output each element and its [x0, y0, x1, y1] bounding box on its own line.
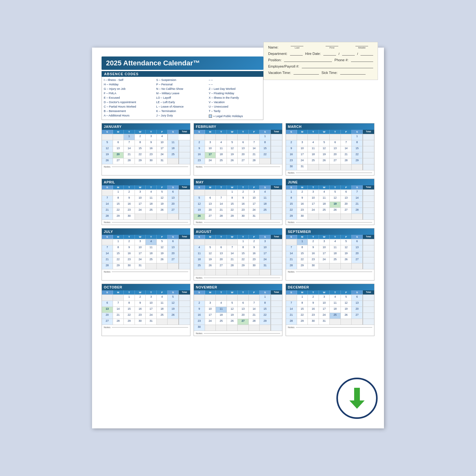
sick-line[interactable] — [340, 70, 366, 75]
calendar-day-cell[interactable]: 4 — [330, 295, 341, 301]
calendar-day-cell[interactable]: 23 — [135, 313, 146, 319]
week-total-cell[interactable] — [179, 208, 190, 214]
calendar-day-cell[interactable]: 11 — [260, 196, 271, 202]
calendar-day-cell[interactable]: 26 — [330, 208, 341, 214]
week-total-cell[interactable] — [363, 196, 374, 202]
week-total-cell[interactable] — [271, 257, 282, 263]
calendar-day-cell[interactable]: 19 — [227, 313, 238, 319]
calendar-day-cell[interactable]: 18 — [260, 202, 271, 208]
calendar-day-cell[interactable]: 22 — [113, 257, 124, 263]
calendar-day-cell[interactable]: 20 — [238, 152, 249, 158]
calendar-day-cell[interactable]: 26 — [341, 257, 352, 263]
calendar-day-cell[interactable]: 31 — [135, 263, 146, 269]
calendar-day-cell[interactable]: 1 — [227, 190, 238, 195]
calendar-day-cell[interactable]: 12 — [341, 301, 352, 307]
download-circle[interactable] — [336, 378, 378, 419]
calendar-day-cell[interactable]: 17 — [249, 202, 260, 208]
calendar-day-cell[interactable]: 1 — [124, 295, 135, 301]
week-total-cell[interactable] — [363, 208, 374, 214]
calendar-day-cell[interactable]: 21 — [113, 313, 124, 319]
calendar-day-cell[interactable]: 22 — [297, 313, 308, 319]
week-total-cell[interactable] — [363, 214, 374, 220]
week-total-cell[interactable] — [271, 140, 282, 146]
calendar-day-cell[interactable]: 25 — [216, 319, 227, 325]
calendar-day-cell[interactable]: 7 — [352, 190, 363, 195]
calendar-day-cell[interactable]: 11 — [308, 146, 319, 152]
calendar-day-cell[interactable]: 22 — [286, 208, 297, 214]
calendar-day-cell[interactable]: 5 — [341, 239, 352, 245]
calendar-day-cell[interactable]: 19 — [157, 202, 168, 208]
calendar-day-cell[interactable]: 29 — [260, 319, 271, 325]
calendar-day-cell[interactable]: 13 — [113, 146, 124, 152]
calendar-day-cell[interactable]: 15 — [238, 251, 249, 257]
calendar-day-cell[interactable]: 18 — [330, 251, 341, 257]
calendar-day-cell[interactable]: 20 — [168, 251, 179, 257]
week-total-cell[interactable] — [271, 134, 282, 140]
calendar-day-cell[interactable]: 23 — [286, 158, 297, 164]
calendar-day-cell[interactable]: 7 — [102, 196, 113, 202]
calendar-day-cell[interactable]: 3 — [308, 190, 319, 195]
calendar-day-cell[interactable]: 7 — [249, 140, 260, 146]
calendar-day-cell[interactable]: 18 — [216, 152, 227, 158]
calendar-day-cell[interactable]: 28 — [286, 319, 297, 325]
calendar-day-cell[interactable]: 23 — [249, 257, 260, 263]
calendar-day-cell[interactable]: 19 — [341, 307, 352, 313]
calendar-day-cell[interactable]: 4 — [216, 140, 227, 146]
vac-line[interactable] — [294, 70, 319, 75]
calendar-day-cell[interactable]: 8 — [113, 245, 124, 251]
calendar-day-cell[interactable]: 6 — [238, 301, 249, 307]
calendar-day-cell[interactable]: 16 — [194, 152, 205, 158]
calendar-day-cell[interactable]: 17 — [135, 251, 146, 257]
calendar-day-cell[interactable]: 26 — [227, 158, 238, 164]
calendar-day-cell[interactable]: 31 — [260, 263, 271, 269]
calendar-day-cell[interactable]: 13 — [352, 301, 363, 307]
calendar-day-cell[interactable]: 20 — [352, 307, 363, 313]
calendar-day-cell[interactable]: 15 — [113, 251, 124, 257]
calendar-day-cell[interactable]: 29 — [297, 263, 308, 269]
calendar-day-cell[interactable]: 18 — [330, 307, 341, 313]
hire-date-line3[interactable] — [360, 51, 373, 56]
calendar-day-cell[interactable]: 30 — [249, 263, 260, 269]
calendar-day-cell[interactable]: 12 — [330, 196, 341, 202]
calendar-day-cell[interactable]: 28 — [227, 263, 238, 269]
calendar-day-cell[interactable]: 30 — [308, 263, 319, 269]
calendar-day-cell[interactable]: 26 — [168, 313, 179, 319]
calendar-day-cell[interactable]: 2 — [194, 140, 205, 146]
calendar-day-cell[interactable]: 17 — [260, 251, 271, 257]
calendar-day-cell[interactable]: 30 — [297, 214, 308, 220]
calendar-day-cell[interactable]: 29 — [135, 158, 146, 164]
calendar-day-cell[interactable]: 17 — [157, 146, 168, 152]
calendar-day-cell[interactable]: 4 — [330, 239, 341, 245]
calendar-day-cell[interactable]: 12 — [194, 202, 205, 208]
calendar-day-cell[interactable]: 30 — [194, 325, 205, 331]
calendar-day-cell[interactable]: 30 — [124, 263, 135, 269]
calendar-day-cell[interactable]: 21 — [102, 208, 113, 214]
calendar-day-cell[interactable]: 6 — [238, 140, 249, 146]
calendar-day-cell[interactable]: 4 — [308, 140, 319, 146]
calendar-day-cell[interactable]: 7 — [249, 301, 260, 307]
calendar-day-cell[interactable]: 31 — [146, 319, 157, 325]
week-total-cell[interactable] — [179, 214, 190, 220]
calendar-day-cell[interactable]: 18 — [157, 307, 168, 313]
calendar-day-cell[interactable]: 26 — [227, 319, 238, 325]
calendar-day-cell[interactable]: 4 — [157, 134, 168, 140]
calendar-day-cell[interactable]: 17 — [135, 202, 146, 208]
calendar-day-cell[interactable]: 16 — [194, 313, 205, 319]
calendar-day-cell[interactable]: 4 — [157, 295, 168, 301]
week-total-cell[interactable] — [363, 134, 374, 140]
calendar-day-cell[interactable]: 16 — [286, 152, 297, 158]
calendar-day-cell[interactable]: 6 — [216, 245, 227, 251]
calendar-day-cell[interactable]: 22 — [227, 208, 238, 214]
calendar-day-cell[interactable]: 16 — [297, 202, 308, 208]
week-total-cell[interactable] — [179, 295, 190, 301]
calendar-day-cell[interactable]: 7 — [102, 245, 113, 251]
week-total-cell[interactable] — [271, 325, 282, 331]
calendar-day-cell[interactable]: 21 — [352, 202, 363, 208]
calendar-day-cell[interactable]: 21 — [102, 257, 113, 263]
calendar-day-cell[interactable]: 9 — [124, 245, 135, 251]
calendar-day-cell[interactable]: 22 — [113, 208, 124, 214]
week-total-cell[interactable] — [271, 251, 282, 257]
calendar-day-cell[interactable]: 15 — [286, 202, 297, 208]
calendar-day-cell[interactable]: 25 — [260, 208, 271, 214]
calendar-day-cell[interactable]: 9 — [238, 196, 249, 202]
